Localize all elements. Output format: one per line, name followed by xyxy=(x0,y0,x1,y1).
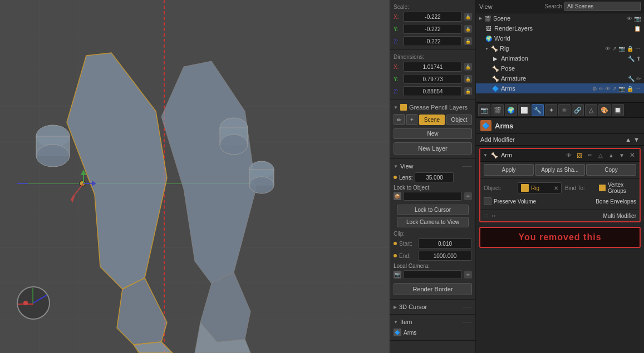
objdata-props-btn[interactable]: △ xyxy=(585,104,597,116)
scale-z-lock[interactable]: 🔒 xyxy=(464,37,472,45)
scale-z-value[interactable]: -0.222 xyxy=(404,36,462,46)
add-modifier-down[interactable]: ▼ xyxy=(633,136,640,143)
nav-gizmo[interactable] xyxy=(17,286,50,320)
item-header[interactable]: ▼ Item —— xyxy=(390,317,475,327)
clip-end-value[interactable]: 1000.000 xyxy=(418,251,472,261)
lock-camera-button[interactable]: Lock Camera to View xyxy=(397,217,469,227)
dim-x-value[interactable]: 1.01741 xyxy=(404,62,462,72)
scale-y-value[interactable]: -0.222 xyxy=(404,24,462,34)
arms-icon4[interactable]: ↗ xyxy=(612,86,617,92)
mod-render-icon[interactable]: 🖼 xyxy=(575,151,584,160)
dim-z-value[interactable]: 0.88854 xyxy=(404,86,462,96)
apply-shape-button[interactable]: Apply as Sha... xyxy=(535,164,585,176)
rl-icon1[interactable]: 📋 xyxy=(634,26,641,32)
rig-eye[interactable]: 👁 xyxy=(605,46,611,52)
scene-cam-icon[interactable]: 📷 xyxy=(634,16,641,22)
tree-pose[interactable]: 🦴 Pose xyxy=(476,63,644,73)
vertex-groups-checkbox[interactable] xyxy=(599,185,606,191)
mod-expand-icon[interactable]: ▼ xyxy=(483,153,488,158)
texture-props-btn[interactable]: 🔲 xyxy=(612,104,624,116)
scene-tab[interactable]: Scene xyxy=(419,115,445,125)
removed-text: You removed this xyxy=(518,232,601,242)
tree-renderlayers[interactable]: 🖼 RenderLayers 📋 xyxy=(476,23,644,33)
scene-eye-icon[interactable]: 👁 xyxy=(627,16,632,22)
cursor-header[interactable]: ▶ 3D Cursor —— xyxy=(390,302,475,312)
cursor-label: 3D Cursor xyxy=(399,304,427,310)
view-header[interactable]: ▼ View —— xyxy=(390,161,475,171)
object-field-value[interactable]: Rig ✕ xyxy=(518,182,562,193)
rig-lock[interactable]: 🔒 xyxy=(627,46,633,52)
outliner-search-input[interactable] xyxy=(564,2,641,11)
scale-y-lock[interactable]: 🔒 xyxy=(464,25,472,33)
preserve-volume-checkbox[interactable] xyxy=(484,197,491,205)
world-props-btn[interactable]: 🌍 xyxy=(505,104,517,116)
rig-cam[interactable]: 📷 xyxy=(618,46,625,52)
lock-obj-field[interactable] xyxy=(404,192,462,201)
material-props-btn[interactable]: 🎨 xyxy=(598,104,611,116)
svg-point-14 xyxy=(249,177,274,193)
add-layer-btn[interactable]: + xyxy=(406,114,417,125)
local-camera-field[interactable] xyxy=(404,270,462,279)
render-border-button[interactable]: Render Border xyxy=(394,283,472,295)
tree-rig[interactable]: ▼ 🦴 Rig 👁 ↗ 📷 🔒 ⋯ xyxy=(476,43,644,53)
physics-props-btn[interactable]: ⚛ xyxy=(558,104,571,116)
mod-realtime-icon[interactable]: 👁 xyxy=(564,151,573,160)
mod-close-btn[interactable]: ✕ xyxy=(628,151,637,160)
rig-sel[interactable]: ↗ xyxy=(612,46,617,52)
arms-icon1[interactable]: ⚙ xyxy=(592,86,597,92)
clip-start-row: Start: 0.010 xyxy=(390,237,475,250)
anim-icon1[interactable]: 🔧 xyxy=(628,56,635,62)
rig-dots[interactable]: ⋯ xyxy=(635,46,641,52)
viewport[interactable] xyxy=(0,0,390,353)
tree-animation[interactable]: ▶ Animation 🔧 ⬆ xyxy=(476,53,644,63)
arms-icon2[interactable]: ✏ xyxy=(599,86,603,92)
local-camera-btn[interactable]: ✏ xyxy=(464,271,472,279)
particles-props-btn[interactable]: ✦ xyxy=(545,104,557,116)
mod-up-icon[interactable]: ▲ xyxy=(607,151,616,160)
local-camera-icon: 📷 xyxy=(394,271,401,279)
dim-y-value[interactable]: 0.79773 xyxy=(404,74,462,84)
scale-x-lock[interactable]: 🔒 xyxy=(464,13,472,21)
svg-point-11 xyxy=(220,135,248,155)
arm-icon1[interactable]: 🔧 xyxy=(628,76,635,82)
dim-z-lock[interactable]: 🔒 xyxy=(464,87,472,95)
tree-scene[interactable]: ▶ 🎬 Scene 👁 📷 xyxy=(476,13,644,23)
arms-icon3[interactable]: 👁 xyxy=(605,86,611,92)
scale-z-row: Z: -0.222 🔒 xyxy=(390,35,475,47)
tree-armature[interactable]: 🦴 Armature 🔧 ✏ xyxy=(476,73,644,83)
mod-arrows-icon[interactable]: ↔ xyxy=(490,212,497,220)
arm-icon2[interactable]: ✏ xyxy=(636,76,641,82)
pencil-icon-btn[interactable]: ✏ xyxy=(394,114,405,125)
apply-button[interactable]: Apply xyxy=(484,164,534,176)
scene-props-btn[interactable]: 🎬 xyxy=(491,104,504,116)
mod-edit-icon[interactable]: ✏ xyxy=(586,151,594,160)
object-tab[interactable]: Object xyxy=(446,115,472,125)
arms-icon5[interactable]: 📷 xyxy=(618,86,625,92)
anim-icon2[interactable]: ⬆ xyxy=(636,56,641,62)
mod-down-icon[interactable]: ▼ xyxy=(617,151,626,160)
tree-world[interactable]: 🌍 World xyxy=(476,33,644,43)
new-button[interactable]: New xyxy=(394,128,472,139)
copy-button[interactable]: Copy xyxy=(586,164,636,176)
clip-start-value[interactable]: 0.010 xyxy=(418,238,472,248)
obj-props-btn[interactable]: ⬜ xyxy=(518,104,530,116)
render-props-btn[interactable]: 📷 xyxy=(478,104,490,116)
constraints-props-btn[interactable]: 🔗 xyxy=(572,104,584,116)
lock-cursor-button[interactable]: Lock to Cursor xyxy=(397,205,469,215)
item-arms-row[interactable]: 🔷 Arms xyxy=(390,327,475,338)
new-layer-button[interactable]: New Layer xyxy=(394,142,472,155)
tree-arms[interactable]: 🔷 Arms ⚙ ✏ 👁 ↗ 📷 🔒 ⋯ xyxy=(476,83,644,93)
modifier-props-btn[interactable]: 🔧 xyxy=(532,104,544,116)
dim-x-lock[interactable]: 🔒 xyxy=(464,63,472,71)
add-modifier-up[interactable]: ▲ xyxy=(625,136,631,143)
add-modifier-bar[interactable]: Add Modifier ▲ ▼ xyxy=(476,134,644,146)
object-clear-btn[interactable]: ✕ xyxy=(554,185,558,191)
mod-cage-icon[interactable]: △ xyxy=(596,151,605,160)
lens-value[interactable]: 35.000 xyxy=(415,172,454,182)
lock-obj-btn[interactable]: ✏ xyxy=(464,192,472,200)
scale-x-value[interactable]: -0.222 xyxy=(404,12,462,22)
grease-pencil-header[interactable]: ▼ Grease Pencil Layers xyxy=(390,102,475,112)
arms-icon7[interactable]: ⋯ xyxy=(635,86,641,92)
dim-y-lock[interactable]: 🔒 xyxy=(464,75,472,83)
arms-icon6[interactable]: 🔒 xyxy=(627,86,633,92)
